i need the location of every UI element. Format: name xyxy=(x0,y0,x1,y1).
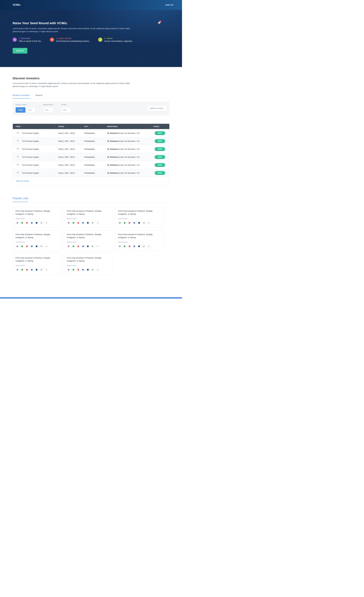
investor-avatar-icon xyxy=(81,221,85,225)
stage-cell: Seed (~$XX - $XX) xyxy=(55,153,81,161)
column-header-firm[interactable]: FIRM ▾ xyxy=(13,124,55,129)
table-footer: View all results xyxy=(13,177,169,185)
add-button[interactable]: ADD xyxy=(155,147,165,151)
popular-list-card[interactable]: Firms that invested in Pinterest, Shopif… xyxy=(13,207,61,228)
card-title: Firms that invested in Pinterest, Shopif… xyxy=(16,256,58,262)
investor-avatar-icon xyxy=(132,244,136,248)
add-button[interactable]: ADD xyxy=(155,163,165,167)
popular-lists-header: Popular Lists xyxy=(13,197,170,202)
app-logo[interactable]: VCWiz xyxy=(13,4,20,6)
investor-avatars: +6 xyxy=(16,221,58,225)
investor-avatar-icon xyxy=(76,244,80,248)
footer-strip xyxy=(0,297,182,298)
investor-avatar-icon xyxy=(137,244,141,248)
hero-signup-button[interactable]: SIGN UP xyxy=(13,48,27,54)
investor-avatar-icon xyxy=(86,268,90,272)
check-size-edit-input[interactable] xyxy=(27,107,35,113)
firm-name[interactable]: First Round Capital xyxy=(22,172,39,174)
step-intros: 2. VCWIZ INTROS Get introduced to partic… xyxy=(50,38,90,42)
view-all-results-link[interactable]: View all results xyxy=(16,180,29,182)
popular-list-card[interactable]: Firms that invested in Pinterest, Shopif… xyxy=(13,254,61,275)
table-row: First Round Capital Seed (~$XX - $XX) Ph… xyxy=(13,153,169,161)
investors-label: INVESTORS xyxy=(67,218,109,220)
city-cell: Philadelphia xyxy=(81,129,104,137)
popular-list-card[interactable]: Firms that invested in Pinterest, Shopif… xyxy=(13,230,61,251)
firm-name[interactable]: First Round Capital xyxy=(22,164,39,166)
column-header-city[interactable]: CITY ▾ xyxy=(81,124,104,129)
investor-avatar-icon xyxy=(40,221,43,225)
add-button[interactable]: ADD xyxy=(155,139,165,143)
firm-logo-icon xyxy=(16,131,20,135)
star-decoration-icon: ✦ xyxy=(107,18,108,20)
check-icon xyxy=(98,38,102,42)
navbar-signup-link[interactable]: SIGN UP xyxy=(165,4,174,6)
investor-avatar-icon xyxy=(81,268,85,272)
tab-browse-investors[interactable]: Browse Investors xyxy=(13,94,30,99)
investors-label: INVESTORS xyxy=(16,241,58,243)
investors-label: INVESTORS xyxy=(16,265,58,266)
filter-panel: CHECK SIZES Angel INDUSTRIES CITIES MORE… xyxy=(13,102,170,116)
add-button[interactable]: ADD xyxy=(155,171,165,175)
investor-avatar-icon xyxy=(123,244,127,248)
add-button[interactable]: ADD xyxy=(155,155,165,159)
investor-avatar-icon xyxy=(40,268,43,272)
investor-avatar-icon xyxy=(35,221,39,225)
firm-logo-icon xyxy=(16,139,20,143)
firm-name[interactable]: First Round Capital xyxy=(22,132,39,134)
investor-avatar-icon xyxy=(76,268,80,272)
step-desc: All your conversations, organized. xyxy=(104,40,133,42)
top-navbar: VCWiz SIGN UP xyxy=(0,0,182,10)
star-decoration-icon: ✦ xyxy=(168,53,170,55)
investor-avatar-icon xyxy=(86,244,90,248)
column-label: STAGE xyxy=(58,126,64,127)
popular-list-card[interactable]: Firms that invested in Pinterest, Shopif… xyxy=(115,230,164,251)
check-size-angel-chip[interactable]: Angel xyxy=(16,107,25,113)
firm-cell: First Round Capital xyxy=(13,161,55,169)
investor-avatars: +6 xyxy=(16,268,58,272)
popular-list-card[interactable]: Firms that invested in Pinterest, Shopif… xyxy=(64,254,112,275)
table-row: First Round Capital Seed (~$XX - $XX) Ph… xyxy=(13,161,169,169)
firm-logo-icon xyxy=(16,147,20,151)
more-filters-button[interactable]: MORE FILTERS xyxy=(147,105,166,111)
star-decoration-icon: ✦ xyxy=(6,21,7,22)
investor-avatar-icon xyxy=(128,244,131,248)
popular-list-card[interactable]: Firms that invested in Pinterest, Shopif… xyxy=(64,207,112,228)
cities-label: CITIES xyxy=(61,104,71,105)
investor-avatar-icon xyxy=(25,221,29,225)
column-header-stage[interactable]: STAGE ▾ xyxy=(55,124,81,129)
city-cell: Philadelphia xyxy=(81,153,104,161)
investor-avatar-icon xyxy=(20,268,24,272)
star-decoration-icon: ✦ xyxy=(11,45,12,46)
more-investors-badge: +6 xyxy=(147,221,150,225)
hero-title: Raise Your Seed Round with VCWiz. xyxy=(13,21,169,25)
popular-list-card[interactable]: Firms that invested in Pinterest, Shopif… xyxy=(64,230,112,251)
tab-search[interactable]: Search xyxy=(35,94,43,98)
firm-name[interactable]: First Round Capital xyxy=(22,148,39,150)
investor-avatar-icon xyxy=(91,268,95,272)
more-investors-badge: +6 xyxy=(44,221,48,225)
cities-add-input[interactable] xyxy=(61,107,71,113)
investors-label: INVESTORS xyxy=(118,241,161,243)
firm-logo-icon xyxy=(16,155,20,159)
star-decoration-icon: ✦ xyxy=(173,19,174,20)
hero-subtitle: Lorem ipsum dolor sit amet, consectetur … xyxy=(13,27,132,33)
star-decoration-icon: ✦ xyxy=(143,62,144,63)
firm-name[interactable]: First Round Capital xyxy=(22,140,39,142)
industries-add-input[interactable] xyxy=(43,107,53,113)
investor-avatars: +6 xyxy=(67,244,109,248)
industries-cell: AI, Robotics, Food, On-Demand, +15 xyxy=(104,145,150,153)
card-title: Firms that invested in Pinterest, Shopif… xyxy=(118,210,161,215)
firm-cell: First Round Capital xyxy=(13,145,55,153)
investor-avatar-icon xyxy=(67,221,71,225)
industries-cell: AI, Robotics, Food, On-Demand, +15 xyxy=(104,161,150,169)
track-cell: ADD xyxy=(150,153,169,161)
firm-name[interactable]: First Round Capital xyxy=(22,156,39,158)
investor-avatar-icon xyxy=(71,221,75,225)
investor-avatar-icon xyxy=(76,221,80,225)
popular-list-card[interactable]: Firms that invested in Pinterest, Shopif… xyxy=(115,207,164,228)
firm-cell: First Round Capital xyxy=(13,153,55,161)
add-button[interactable]: ADD xyxy=(155,131,165,135)
rocket-icon xyxy=(157,20,162,26)
column-header-track: TRACK xyxy=(150,124,169,129)
search-icon xyxy=(13,38,17,42)
